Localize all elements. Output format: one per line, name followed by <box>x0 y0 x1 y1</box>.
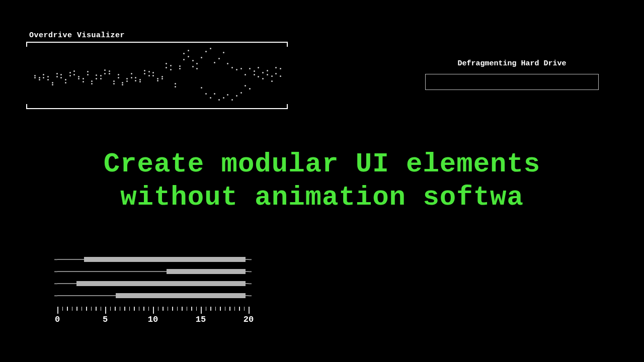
ruler-tick-minor <box>67 307 68 311</box>
visualizer-dot <box>144 73 145 74</box>
visualizer-dot <box>78 76 79 77</box>
visualizer-dot <box>214 62 215 63</box>
range-row <box>57 290 249 302</box>
visualizer-dot <box>271 80 273 82</box>
ruler-tick-minor <box>182 307 183 311</box>
visualizer-dot <box>148 71 150 72</box>
ruler-tick-minor <box>244 307 245 311</box>
visualizer-dot <box>192 66 194 67</box>
visualizer-canvas <box>26 43 288 108</box>
visualizer-dot <box>240 92 242 94</box>
visualizer-dot <box>96 74 97 76</box>
range-track <box>57 295 249 296</box>
headline-line-2: without animation softwa <box>120 182 524 213</box>
range-row <box>57 253 249 265</box>
visualizer-dot <box>183 59 185 60</box>
visualizer-dot <box>135 80 136 81</box>
visualizer-dot <box>126 78 128 79</box>
visualizer-dot <box>104 73 106 74</box>
ruler-tick-minor <box>143 307 144 311</box>
ruler-tick-minor <box>110 307 111 311</box>
ruler-label: 0 <box>55 315 60 324</box>
visualizer-dot <box>43 77 44 78</box>
ruler-tick-minor <box>191 307 192 311</box>
ruler-label: 15 <box>196 315 206 324</box>
ruler-label: 10 <box>148 315 158 324</box>
visualizer-dot <box>73 70 75 72</box>
ruler-label: 5 <box>103 315 108 324</box>
range-bar <box>116 293 246 298</box>
visualizer-dot <box>69 72 71 73</box>
ruler-tick-major <box>153 307 154 314</box>
visualizer-dot <box>91 80 93 82</box>
visualizer-dot <box>52 82 53 83</box>
visualizer-dot <box>65 79 66 80</box>
visualizer-dot <box>34 75 36 76</box>
visualizer-dot <box>223 52 224 53</box>
visualizer-dot <box>280 75 281 77</box>
ruler-tick-minor <box>229 307 230 311</box>
visualizer-dot <box>196 63 198 64</box>
visualizer-dot <box>118 77 119 78</box>
visualizer-dot <box>205 51 207 52</box>
ruler-tick-minor <box>76 307 77 311</box>
visualizer-dot <box>96 78 97 79</box>
ruler-tick-minor <box>129 307 130 311</box>
visualizer-dot <box>231 67 233 68</box>
ruler-tick-minor <box>101 307 102 311</box>
visualizer-dot <box>201 57 202 58</box>
visualizer-dot <box>170 65 172 66</box>
visualizer-dot <box>152 75 154 76</box>
visualizer-dot <box>104 69 106 71</box>
visualizer-dot <box>262 72 264 73</box>
visualizer-dot <box>218 99 220 101</box>
range-track <box>57 283 249 284</box>
range-track <box>57 259 249 260</box>
visualizer-dot <box>131 77 132 78</box>
defrag-title: Defragmenting Hard Drive <box>425 59 599 68</box>
range-bar <box>76 281 246 286</box>
visualizer-dot <box>179 65 181 67</box>
visualizer-dot <box>218 58 220 59</box>
visualizer-dot <box>34 77 36 78</box>
visualizer-dot <box>56 76 58 77</box>
visualizer-dot <box>267 70 268 71</box>
visualizer-dot <box>83 81 84 82</box>
visualizer-dot <box>47 76 49 77</box>
visualizer-dot <box>139 79 141 80</box>
ruler-tick-major <box>105 307 106 314</box>
visualizer-dot <box>109 73 110 74</box>
visualizer-dot <box>249 68 251 69</box>
visualizer-dot <box>39 79 40 80</box>
visualizer-dot <box>144 70 145 71</box>
visualizer-dot <box>258 67 259 68</box>
ruler-tick-minor <box>215 307 216 311</box>
visualizer-dot <box>267 74 268 75</box>
visualizer-dot <box>69 75 71 76</box>
ruler-tick-minor <box>82 307 83 311</box>
visualizer-dot <box>47 79 49 80</box>
range-bar <box>84 257 246 262</box>
visualizer-dot <box>91 83 93 84</box>
range-bar <box>167 269 246 274</box>
visualizer-dot <box>87 71 89 72</box>
ruler-tick-minor <box>196 307 197 311</box>
defrag-progress-bar <box>425 74 599 90</box>
visualizer-dot <box>188 50 189 51</box>
visualizer-dot <box>56 73 58 74</box>
visualizer-dot <box>240 68 242 69</box>
visualizer-dot <box>118 74 119 75</box>
visualizer-dot <box>262 78 264 79</box>
visualizer-dot <box>122 84 123 85</box>
range-ruler: 05101520 <box>57 307 249 324</box>
visualizer-dot <box>78 78 79 79</box>
visualizer-dot <box>275 73 277 74</box>
visualizer-dot <box>109 70 110 72</box>
ruler-tick-minor <box>62 307 63 311</box>
range-row <box>57 265 249 278</box>
visualizer-dot <box>227 94 228 96</box>
visualizer-dot <box>139 81 141 82</box>
range-chart: 05101520 <box>57 253 249 324</box>
ruler-tick-minor <box>124 307 125 311</box>
visualizer-dot <box>83 78 84 79</box>
